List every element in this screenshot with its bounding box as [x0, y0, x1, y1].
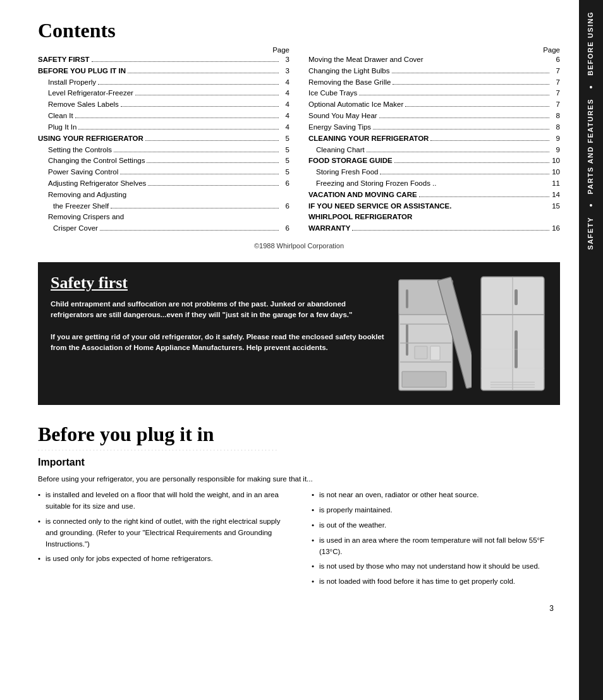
toc-item-power-saving: Power Saving Control 5 — [38, 167, 289, 178]
toc-item-service: IF YOU NEED SERVICE OR ASSISTANCE. 15 — [308, 201, 560, 212]
sidebar-dot-2: • — [590, 199, 593, 212]
sidebar-text-parts: PARTS AND FEATURES — [586, 94, 595, 199]
plug-subtitle: · · · · · · · · · · · · · · · · · · · · … — [38, 447, 560, 453]
right-page-header: Page — [308, 46, 560, 54]
toc-item-food-storage: FOOD STORAGE GUIDE 10 — [308, 155, 560, 167]
svg-rect-3 — [406, 289, 408, 308]
toc-item-meat-drawer: Moving the Meat Drawer and Cover 6 — [308, 54, 560, 66]
fridge-illustrations — [396, 274, 547, 394]
toc-item-crispers-1: Removing Crispers and — [38, 212, 289, 223]
safety-para-2: If you are getting rid of your old refri… — [51, 332, 386, 354]
safety-text-area: Safety first Child entrapment and suffoc… — [51, 274, 386, 353]
toc-item-crisper-cover: Crisper Cover 6 — [38, 223, 289, 234]
svg-rect-15 — [515, 289, 518, 305]
right-sidebar: BEFORE USING • PARTS AND FEATURES • SAFE… — [579, 0, 603, 700]
toc-item-cleaning-chart: Cleaning Chart 9 — [308, 145, 560, 156]
plug-bullet-1: is installed and leveled on a floor that… — [38, 490, 286, 512]
svg-rect-10 — [402, 371, 446, 387]
plug-left-col: is installed and leveled on a floor that… — [38, 490, 286, 591]
safety-body: Child entrapment and suffocation are not… — [51, 299, 386, 353]
important-heading: Important — [38, 457, 560, 468]
toc-item-controls: Setting the Controls 5 — [38, 145, 289, 156]
plug-bullet-3: is used only for jobs expected of home r… — [38, 553, 286, 565]
toc-item-shelves: Adjusting Refrigerator Shelves 6 — [38, 178, 289, 190]
plug-bullet-2: is connected only to the right kind of o… — [38, 516, 286, 550]
svg-rect-9 — [430, 346, 440, 360]
toc-item-vacation: VACATION AND MOVING CARE 14 — [308, 190, 560, 201]
left-page-header: Page — [38, 46, 289, 54]
main-content: Contents Page Page SAFETY FIRST 3 — [0, 0, 579, 632]
toc-right: Moving the Meat Drawer and Cover 6 Chang… — [308, 54, 560, 234]
toc-item-whirlpool: WHIRLPOOL REFRIGERATOR — [308, 212, 560, 223]
toc-item-level: Level Refrigerator-Freezer 4 — [38, 88, 289, 99]
safety-section: Safety first Child entrapment and suffoc… — [38, 262, 560, 405]
plug-title: Before you plug it in — [38, 423, 560, 446]
toc-item-cleaning: CLEANING YOUR REFRIGERATOR 9 — [308, 133, 560, 145]
contents-grid: SAFETY FIRST 3 BEFORE YOU PLUG IT IN 3 I… — [38, 54, 560, 234]
contents-section: Contents Page Page SAFETY FIRST 3 — [38, 19, 560, 250]
sidebar-text-safety: SAFETY — [586, 212, 595, 255]
plug-right-col: is not near an oven, radiator or other h… — [312, 490, 560, 591]
toc-item-fresh-food: Storing Fresh Food 10 — [308, 167, 560, 178]
toc-left: SAFETY FIRST 3 BEFORE YOU PLUG IT IN 3 I… — [38, 54, 289, 234]
contents-title: Contents — [38, 19, 560, 42]
sidebar-dot-1: • — [590, 81, 593, 94]
toc-item-control-settings: Changing the Control Settings 5 — [38, 155, 289, 167]
plug-bullet-6: is out of the weather. — [312, 520, 560, 531]
toc-item-energy: Energy Saving Tips 8 — [308, 122, 560, 133]
toc-item-install: Install Properly 4 — [38, 77, 289, 88]
toc-item-labels: Remove Sales Labels 4 — [38, 99, 289, 111]
left-page-label: Page — [272, 46, 289, 54]
toc-item-base-grille: Removing the Base Grille 7 — [308, 77, 560, 88]
toc-item-light-bulbs: Changing the Light Bulbs 7 — [308, 66, 560, 77]
plug-body: is installed and leveled on a floor that… — [38, 490, 560, 591]
toc-item-freezer-shelf: the Freezer Shelf 6 — [38, 201, 289, 212]
toc-item-plug: BEFORE YOU PLUG IT IN 3 — [38, 66, 289, 77]
plug-section: Before you plug it in · · · · · · · · · … — [38, 423, 560, 591]
plug-bullet-5: is properly maintained. — [312, 505, 560, 516]
toc-item-warranty: WARRANTY 16 — [308, 223, 560, 234]
svg-rect-8 — [415, 346, 427, 359]
safety-para-1: Child entrapment and suffocation are not… — [51, 299, 386, 321]
plug-intro: Before using your refrigerator, you are … — [38, 473, 560, 485]
right-page-label: Page — [543, 46, 560, 54]
toc-item-safety: SAFETY FIRST 3 — [38, 54, 289, 66]
toc-item-frozen-foods: Freezing and Storing Frozen Foods .. 11 — [308, 178, 560, 190]
plug-bullet-7: is used in an area where the room temper… — [312, 535, 560, 558]
page-number: 3 — [38, 604, 560, 613]
plug-bullet-8: is not used by those who may not underst… — [312, 561, 560, 572]
sidebar-text-before-using: BEFORE USING — [586, 6, 595, 81]
toc-item-ice-maker: Optional Automatic Ice Maker 7 — [308, 99, 560, 111]
copyright: ©1988 Whirlpool Corporation — [38, 242, 560, 250]
toc-item-ice-cube: Ice Cube Trays 7 — [308, 88, 560, 99]
toc-item-sound: Sound You May Hear 8 — [308, 111, 560, 122]
toc-item-using: USING YOUR REFRIGERATOR 5 — [38, 133, 289, 145]
plug-bullet-9: is not loaded with food before it has ti… — [312, 576, 560, 588]
toc-item-clean: Clean It 4 — [38, 111, 289, 122]
safety-title: Safety first — [51, 274, 386, 293]
toc-item-removing-adj-1: Removing and Adjusting — [38, 190, 289, 201]
toc-item-plug-in: Plug It In 4 — [38, 122, 289, 133]
open-fridge-icon — [396, 274, 472, 394]
closed-fridge-icon — [478, 274, 547, 394]
plug-bullet-4: is not near an oven, radiator or other h… — [312, 490, 560, 501]
svg-rect-4 — [406, 324, 408, 356]
